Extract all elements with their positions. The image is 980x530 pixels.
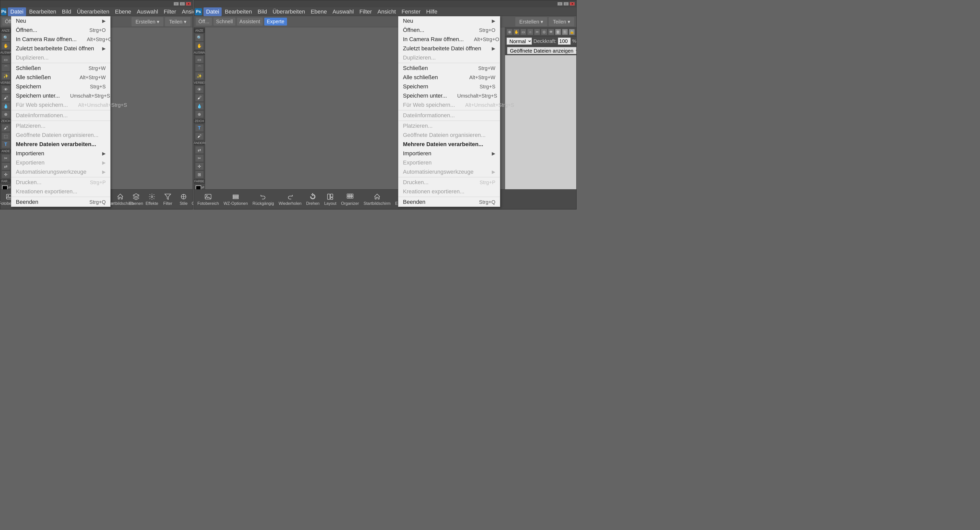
bottom-rotate-right[interactable]: Drehen <box>304 191 321 208</box>
rdd-oeffnen[interactable]: Öffnen... Strg+O <box>398 25 500 35</box>
menu-row-neu[interactable]: Neu ▶ <box>11 16 110 25</box>
teilen-btn-left[interactable]: Teilen ▾ <box>165 17 191 26</box>
menu-ueberarbeiten-right[interactable]: Überarbeiten <box>270 7 307 16</box>
maximize-btn-right[interactable]: □ <box>563 2 569 6</box>
bottom-organizer-right[interactable]: Organizer <box>339 191 361 208</box>
menu-row-speichern-unter[interactable]: Speichern unter... Umschalt+Strg+S <box>11 91 110 100</box>
menu-bild-right[interactable]: Bild <box>255 7 270 16</box>
tool-eye-right[interactable]: 👁 <box>195 86 204 94</box>
tool-lasso-left[interactable]: ⌒ <box>2 64 10 72</box>
minimize-btn-left[interactable]: ─ <box>173 2 179 6</box>
menu-row-speichern[interactable]: Speichern Strg+S <box>11 82 110 91</box>
tool-zoom-left[interactable]: 🔍 <box>2 34 10 41</box>
menu-fenster-right[interactable]: Fenster <box>399 7 423 16</box>
panel-icon-zoom[interactable]: ⊕ <box>507 29 512 35</box>
bottom-wz-right[interactable]: WZ-Optionen <box>222 191 250 208</box>
tab-schnell-right[interactable]: Schnell <box>213 18 235 25</box>
tool-eraser-left[interactable]: ⬚ <box>2 132 10 140</box>
menu-row-camera-raw[interactable]: In Camera Raw öffnen... Alt+Strg+O <box>11 35 110 44</box>
tool-eye-left[interactable]: 👁 <box>2 86 10 94</box>
panel-icon-healing[interactable]: ⊙ <box>541 29 547 35</box>
rdd-camera-raw[interactable]: In Camera Raw öffnen... Alt+Strg+O <box>398 35 500 44</box>
menu-row-zuletzt[interactable]: Zuletzt bearbeitete Datei öffnen ▶ <box>11 44 110 53</box>
tool-brush-left[interactable]: 🖌 <box>2 94 10 102</box>
rdd-neu[interactable]: Neu ▶ <box>398 16 500 25</box>
menu-auswahl-right[interactable]: Auswahl <box>330 7 356 16</box>
tool-magic-left[interactable]: ✨ <box>2 72 10 80</box>
tab-oeffnen-right[interactable]: Öff... <box>196 18 212 25</box>
rdd-alle-schliessen[interactable]: Alle schließen Alt+Strg+W <box>398 73 500 82</box>
rdd-zuletzt[interactable]: Zuletzt bearbeitete Datei öffnen ▶ <box>398 44 500 53</box>
swap-colors-left[interactable]: ⇄ <box>8 185 11 189</box>
menu-datei-right[interactable]: Datei <box>204 7 222 16</box>
menu-row-mehrere[interactable]: Mehrere Dateien verarbeiten... <box>11 140 110 149</box>
blend-mode-select[interactable]: Normal <box>507 38 532 45</box>
close-btn-right[interactable]: ✕ <box>570 2 575 6</box>
tool-clone-right[interactable]: ⊕ <box>195 110 204 118</box>
bottom-undo-right[interactable]: Rückgängig <box>250 191 276 208</box>
tool-text-left[interactable]: T <box>2 140 10 148</box>
menu-row-oeffnen[interactable]: Öffnen... Strg+O <box>11 25 110 35</box>
menu-datei-left[interactable]: Datei <box>8 7 26 16</box>
panel-icon-lasso[interactable]: ○ <box>527 29 533 35</box>
close-btn-left[interactable]: ✕ <box>186 2 191 6</box>
tool-blur-left[interactable]: 💧 <box>2 102 10 110</box>
tool-hand-right[interactable]: ✋ <box>195 42 204 49</box>
menu-filter-right[interactable]: Filter <box>357 7 374 16</box>
teilen-btn-right[interactable]: Teilen ▾ <box>549 17 574 26</box>
rdd-speichern-unter[interactable]: Speichern unter... Umschalt+Strg+S <box>398 91 500 100</box>
tool-transform-right[interactable]: ⇄ <box>195 146 204 154</box>
panel-icon-hand[interactable]: ✋ <box>514 29 519 35</box>
rdd-schliessen[interactable]: Schließen Strg+W <box>398 64 500 73</box>
panel-icon-trash[interactable]: 🗑 <box>555 29 561 35</box>
menu-auswahl-left[interactable]: Auswahl <box>134 7 161 16</box>
bottom-filter-left[interactable]: Filter <box>160 191 175 208</box>
menu-row-schliessen[interactable]: Schließen Strg+W <box>11 64 110 73</box>
menu-bearbeiten-right[interactable]: Bearbeiten <box>222 7 254 16</box>
erstellen-btn-right[interactable]: Erstellen ▾ <box>515 17 547 26</box>
bottom-ebenen-left[interactable]: Ebenen <box>129 191 144 208</box>
bottom-stile-left[interactable]: Stile <box>176 191 191 208</box>
tool-move-right[interactable]: ✢ <box>195 162 204 170</box>
panel-icon-redeye[interactable]: 👁 <box>548 29 554 35</box>
tab-assistent-right[interactable]: Assistent <box>237 18 263 25</box>
tool-hand-left[interactable]: ✋ <box>2 42 10 49</box>
tool-move-left[interactable]: ✢ <box>2 170 10 178</box>
menu-row-beenden[interactable]: Beenden Strg+Q <box>11 197 110 207</box>
tool-crop-left[interactable]: ✂ <box>2 154 10 162</box>
rdd-speichern[interactable]: Speichern Strg+S <box>398 82 500 91</box>
tool-zoom-right[interactable]: 🔍 <box>195 34 204 41</box>
menu-bearbeiten-left[interactable]: Bearbeiten <box>27 7 59 16</box>
menu-ebene-left[interactable]: Ebene <box>112 7 134 16</box>
menu-bild-left[interactable]: Bild <box>59 7 74 16</box>
opacity-input[interactable] <box>558 38 571 45</box>
panel-icon-lock[interactable]: 🔒 <box>569 29 575 35</box>
tool-extra-right[interactable]: ⊞ <box>195 170 204 178</box>
tool-select-left[interactable]: ▭ <box>2 56 10 63</box>
menu-ebene-right[interactable]: Ebene <box>308 7 329 16</box>
rdd-importieren[interactable]: Importieren ▶ <box>398 149 500 158</box>
tool-blur-right[interactable]: 💧 <box>195 102 204 110</box>
erstellen-btn-left[interactable]: Erstellen ▾ <box>132 17 164 26</box>
tool-select-right[interactable]: ▭ <box>195 56 204 63</box>
bottom-layout-right[interactable]: Layout <box>322 191 338 208</box>
swap-colors-right[interactable]: ⇄ <box>202 185 204 189</box>
tool-brush2-right[interactable]: T <box>195 124 204 132</box>
panel-icon-copy[interactable]: ⎘ <box>562 29 568 35</box>
panel-icon-crop[interactable]: ✂ <box>534 29 540 35</box>
layers-dropdown[interactable]: Geöffnete Dateien anzeigen <box>507 47 576 54</box>
bottom-start-left[interactable]: Startbildschirm <box>113 191 128 208</box>
tool-brush-right[interactable]: 🖌 <box>195 94 204 102</box>
panel-icon-select[interactable]: ▭ <box>520 29 526 35</box>
minimize-btn-right[interactable]: ─ <box>557 2 563 6</box>
tab-experte-right[interactable]: Experte <box>264 18 287 25</box>
menu-ueberarbeiten-left[interactable]: Überarbeiten <box>74 7 112 16</box>
bottom-effekte-left[interactable]: Effekte <box>144 191 159 208</box>
rdd-mehrere[interactable]: Mehrere Dateien verarbeiten... <box>398 140 500 149</box>
menu-ansicht-right[interactable]: Ansicht <box>375 7 398 16</box>
tool-clone-left[interactable]: ⊕ <box>2 110 10 118</box>
tool-brush2-left[interactable]: 🖌 <box>2 124 10 132</box>
tool-crop-right[interactable]: ✂ <box>195 154 204 162</box>
bottom-fotobereich-right[interactable]: Fotobereich <box>195 191 221 208</box>
tool-lasso-right[interactable]: ⌒ <box>195 64 204 72</box>
